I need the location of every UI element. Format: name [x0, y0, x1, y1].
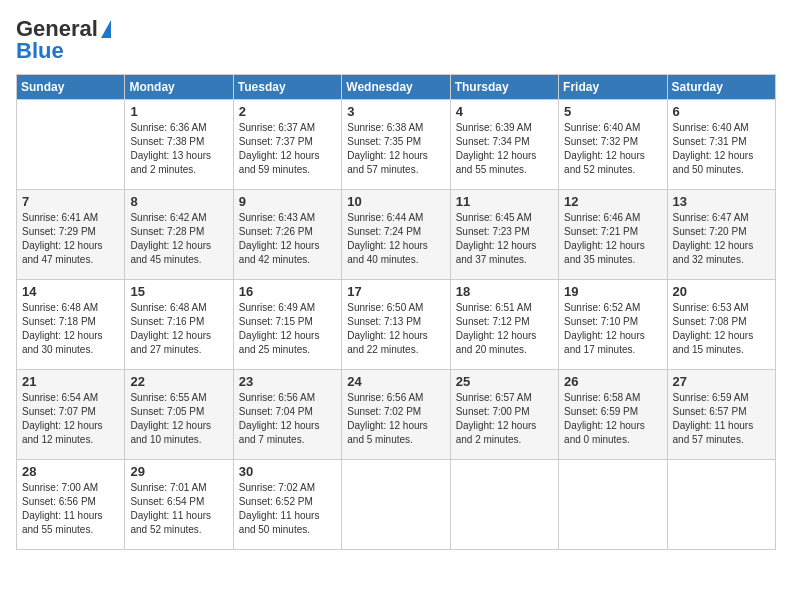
- day-info: Sunrise: 6:57 AM Sunset: 7:00 PM Dayligh…: [456, 391, 553, 447]
- day-info: Sunrise: 6:56 AM Sunset: 7:02 PM Dayligh…: [347, 391, 444, 447]
- day-info: Sunrise: 6:49 AM Sunset: 7:15 PM Dayligh…: [239, 301, 336, 357]
- day-number: 9: [239, 194, 336, 209]
- day-info: Sunrise: 6:51 AM Sunset: 7:12 PM Dayligh…: [456, 301, 553, 357]
- day-info: Sunrise: 6:54 AM Sunset: 7:07 PM Dayligh…: [22, 391, 119, 447]
- day-info: Sunrise: 6:52 AM Sunset: 7:10 PM Dayligh…: [564, 301, 661, 357]
- calendar-cell: 24Sunrise: 6:56 AM Sunset: 7:02 PM Dayli…: [342, 370, 450, 460]
- day-number: 16: [239, 284, 336, 299]
- calendar-cell: 12Sunrise: 6:46 AM Sunset: 7:21 PM Dayli…: [559, 190, 667, 280]
- day-number: 30: [239, 464, 336, 479]
- day-number: 15: [130, 284, 227, 299]
- col-header-wednesday: Wednesday: [342, 75, 450, 100]
- day-info: Sunrise: 6:48 AM Sunset: 7:18 PM Dayligh…: [22, 301, 119, 357]
- calendar-cell: [450, 460, 558, 550]
- day-number: 11: [456, 194, 553, 209]
- calendar-cell: 20Sunrise: 6:53 AM Sunset: 7:08 PM Dayli…: [667, 280, 775, 370]
- calendar-cell: 9Sunrise: 6:43 AM Sunset: 7:26 PM Daylig…: [233, 190, 341, 280]
- day-number: 10: [347, 194, 444, 209]
- day-number: 18: [456, 284, 553, 299]
- day-number: 27: [673, 374, 770, 389]
- logo-arrow-icon: [101, 20, 111, 38]
- calendar-cell: 14Sunrise: 6:48 AM Sunset: 7:18 PM Dayli…: [17, 280, 125, 370]
- day-info: Sunrise: 6:59 AM Sunset: 6:57 PM Dayligh…: [673, 391, 770, 447]
- day-info: Sunrise: 6:48 AM Sunset: 7:16 PM Dayligh…: [130, 301, 227, 357]
- day-number: 26: [564, 374, 661, 389]
- calendar-cell: 19Sunrise: 6:52 AM Sunset: 7:10 PM Dayli…: [559, 280, 667, 370]
- calendar-cell: 17Sunrise: 6:50 AM Sunset: 7:13 PM Dayli…: [342, 280, 450, 370]
- day-number: 29: [130, 464, 227, 479]
- day-number: 17: [347, 284, 444, 299]
- calendar-cell: 13Sunrise: 6:47 AM Sunset: 7:20 PM Dayli…: [667, 190, 775, 280]
- day-number: 2: [239, 104, 336, 119]
- day-number: 4: [456, 104, 553, 119]
- day-info: Sunrise: 6:44 AM Sunset: 7:24 PM Dayligh…: [347, 211, 444, 267]
- day-number: 25: [456, 374, 553, 389]
- day-number: 23: [239, 374, 336, 389]
- day-number: 5: [564, 104, 661, 119]
- col-header-saturday: Saturday: [667, 75, 775, 100]
- calendar-cell: 10Sunrise: 6:44 AM Sunset: 7:24 PM Dayli…: [342, 190, 450, 280]
- day-number: 12: [564, 194, 661, 209]
- day-number: 7: [22, 194, 119, 209]
- day-info: Sunrise: 6:46 AM Sunset: 7:21 PM Dayligh…: [564, 211, 661, 267]
- day-info: Sunrise: 6:40 AM Sunset: 7:31 PM Dayligh…: [673, 121, 770, 177]
- day-info: Sunrise: 6:43 AM Sunset: 7:26 PM Dayligh…: [239, 211, 336, 267]
- col-header-friday: Friday: [559, 75, 667, 100]
- page-header: General Blue: [16, 16, 776, 64]
- col-header-sunday: Sunday: [17, 75, 125, 100]
- calendar-cell: 15Sunrise: 6:48 AM Sunset: 7:16 PM Dayli…: [125, 280, 233, 370]
- day-info: Sunrise: 6:38 AM Sunset: 7:35 PM Dayligh…: [347, 121, 444, 177]
- day-info: Sunrise: 7:01 AM Sunset: 6:54 PM Dayligh…: [130, 481, 227, 537]
- calendar-cell: 1Sunrise: 6:36 AM Sunset: 7:38 PM Daylig…: [125, 100, 233, 190]
- calendar-cell: [17, 100, 125, 190]
- calendar-cell: 5Sunrise: 6:40 AM Sunset: 7:32 PM Daylig…: [559, 100, 667, 190]
- day-number: 20: [673, 284, 770, 299]
- day-info: Sunrise: 7:00 AM Sunset: 6:56 PM Dayligh…: [22, 481, 119, 537]
- logo: General Blue: [16, 16, 111, 64]
- calendar-cell: 16Sunrise: 6:49 AM Sunset: 7:15 PM Dayli…: [233, 280, 341, 370]
- logo-blue: Blue: [16, 38, 64, 64]
- calendar-cell: 23Sunrise: 6:56 AM Sunset: 7:04 PM Dayli…: [233, 370, 341, 460]
- calendar-cell: 6Sunrise: 6:40 AM Sunset: 7:31 PM Daylig…: [667, 100, 775, 190]
- day-info: Sunrise: 6:41 AM Sunset: 7:29 PM Dayligh…: [22, 211, 119, 267]
- calendar-cell: 2Sunrise: 6:37 AM Sunset: 7:37 PM Daylig…: [233, 100, 341, 190]
- calendar-cell: 7Sunrise: 6:41 AM Sunset: 7:29 PM Daylig…: [17, 190, 125, 280]
- calendar-cell: 11Sunrise: 6:45 AM Sunset: 7:23 PM Dayli…: [450, 190, 558, 280]
- day-info: Sunrise: 6:39 AM Sunset: 7:34 PM Dayligh…: [456, 121, 553, 177]
- calendar-cell: 21Sunrise: 6:54 AM Sunset: 7:07 PM Dayli…: [17, 370, 125, 460]
- calendar-cell: 27Sunrise: 6:59 AM Sunset: 6:57 PM Dayli…: [667, 370, 775, 460]
- day-info: Sunrise: 6:50 AM Sunset: 7:13 PM Dayligh…: [347, 301, 444, 357]
- calendar-cell: 25Sunrise: 6:57 AM Sunset: 7:00 PM Dayli…: [450, 370, 558, 460]
- day-info: Sunrise: 6:42 AM Sunset: 7:28 PM Dayligh…: [130, 211, 227, 267]
- day-number: 14: [22, 284, 119, 299]
- day-number: 13: [673, 194, 770, 209]
- day-info: Sunrise: 6:58 AM Sunset: 6:59 PM Dayligh…: [564, 391, 661, 447]
- day-info: Sunrise: 6:56 AM Sunset: 7:04 PM Dayligh…: [239, 391, 336, 447]
- day-info: Sunrise: 7:02 AM Sunset: 6:52 PM Dayligh…: [239, 481, 336, 537]
- calendar-cell: 4Sunrise: 6:39 AM Sunset: 7:34 PM Daylig…: [450, 100, 558, 190]
- day-number: 19: [564, 284, 661, 299]
- col-header-thursday: Thursday: [450, 75, 558, 100]
- day-number: 8: [130, 194, 227, 209]
- day-number: 6: [673, 104, 770, 119]
- calendar-cell: 8Sunrise: 6:42 AM Sunset: 7:28 PM Daylig…: [125, 190, 233, 280]
- calendar-cell: 29Sunrise: 7:01 AM Sunset: 6:54 PM Dayli…: [125, 460, 233, 550]
- calendar-cell: [342, 460, 450, 550]
- col-header-monday: Monday: [125, 75, 233, 100]
- day-info: Sunrise: 6:37 AM Sunset: 7:37 PM Dayligh…: [239, 121, 336, 177]
- col-header-tuesday: Tuesday: [233, 75, 341, 100]
- day-number: 1: [130, 104, 227, 119]
- day-info: Sunrise: 6:36 AM Sunset: 7:38 PM Dayligh…: [130, 121, 227, 177]
- day-number: 3: [347, 104, 444, 119]
- day-info: Sunrise: 6:55 AM Sunset: 7:05 PM Dayligh…: [130, 391, 227, 447]
- calendar-cell: 3Sunrise: 6:38 AM Sunset: 7:35 PM Daylig…: [342, 100, 450, 190]
- calendar-cell: 18Sunrise: 6:51 AM Sunset: 7:12 PM Dayli…: [450, 280, 558, 370]
- day-number: 21: [22, 374, 119, 389]
- day-number: 24: [347, 374, 444, 389]
- calendar-cell: 28Sunrise: 7:00 AM Sunset: 6:56 PM Dayli…: [17, 460, 125, 550]
- day-info: Sunrise: 6:53 AM Sunset: 7:08 PM Dayligh…: [673, 301, 770, 357]
- calendar-cell: 22Sunrise: 6:55 AM Sunset: 7:05 PM Dayli…: [125, 370, 233, 460]
- day-number: 22: [130, 374, 227, 389]
- calendar-cell: 30Sunrise: 7:02 AM Sunset: 6:52 PM Dayli…: [233, 460, 341, 550]
- calendar-cell: 26Sunrise: 6:58 AM Sunset: 6:59 PM Dayli…: [559, 370, 667, 460]
